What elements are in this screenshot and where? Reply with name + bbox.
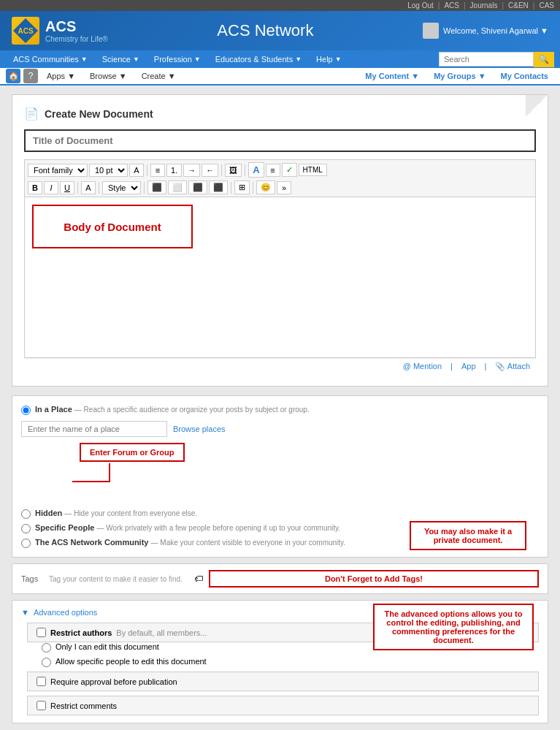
radio-acs-community-input[interactable] (21, 539, 31, 548)
toolbar-align-center-btn[interactable]: ⬜ (168, 180, 187, 194)
toolbar-format-btn[interactable]: A (248, 162, 264, 178)
app-link[interactable]: App (461, 362, 476, 371)
restrict-authors-label: Restrict authors (50, 628, 112, 637)
home-icon[interactable]: 🏠 (6, 69, 20, 83)
sub-nav: 🏠 ? Apps ▼ Browse ▼ Create ▼ My Content … (0, 68, 560, 85)
editor-footer: @ Mention | App | 📎 Attach (24, 358, 536, 374)
allow-specific-edit: Allow specific people to edit this docum… (42, 657, 539, 667)
logout-link[interactable]: Log Out (407, 1, 434, 9)
advanced-section: ▼ Advanced options Restrict authors By d… (12, 600, 548, 723)
user-area: Welcome, Shiveni Agarwal ▼ (423, 23, 548, 39)
sub-nav-my-content[interactable]: My Content ▼ (359, 68, 425, 84)
toolbar-table-btn[interactable]: ⊞ (234, 180, 250, 194)
attach-link[interactable]: 📎 Attach (495, 362, 530, 371)
toolbar-separator-6 (144, 182, 145, 194)
callout-private: You may also make it a private document. (410, 521, 526, 550)
style-select[interactable]: Style (102, 181, 141, 194)
help-icon[interactable]: ? (23, 69, 38, 83)
toolbar-outdent-btn[interactable]: ← (202, 164, 218, 177)
toolbar-separator-4 (77, 182, 78, 194)
toolbar-emoji-btn[interactable]: 😊 (256, 180, 275, 194)
title-input[interactable] (24, 129, 536, 152)
toolbar-row-2: B I U A Style ⬛ ⬜ ⬛ ⬛ ⊞ 😊 » (28, 180, 532, 194)
toolbar-justify-btn[interactable]: ⬛ (209, 180, 228, 194)
nav-profession[interactable]: Profession ▼ (147, 50, 208, 68)
triangle-icon: ▼ (21, 608, 29, 617)
toolbar-text-color-btn[interactable]: A (81, 181, 96, 194)
toolbar-align-right-btn[interactable]: ⬛ (188, 180, 207, 194)
nav-educators[interactable]: Educators & Students ▼ (208, 50, 309, 68)
search-button[interactable]: 🔍 (534, 52, 554, 67)
search-area: 🔍 (439, 52, 554, 67)
toolbar-indent-btn[interactable]: → (183, 164, 200, 177)
tags-section: Tags Tag your content to make it easier … (12, 563, 548, 594)
toolbar-html-btn[interactable]: HTML (299, 164, 327, 176)
place-input[interactable] (21, 421, 167, 437)
top-link-journals[interactable]: Journals (470, 1, 498, 9)
restrict-comments-checkbox[interactable] (37, 701, 46, 710)
nav-acs-communities[interactable]: ACS Communities ▼ (6, 50, 95, 68)
toolbar-separator (147, 164, 147, 176)
require-approval-checkbox[interactable] (37, 677, 46, 686)
toolbar-underline-btn[interactable]: U (60, 181, 74, 194)
radio-in-a-place-input[interactable] (21, 406, 31, 415)
restrict-authors-desc: By default, all members... (116, 628, 207, 637)
create-doc-header: 📄 Create New Document (24, 107, 536, 121)
acs-logo-diamond: ACS (12, 17, 39, 45)
toolbar-align-left-2-btn[interactable]: ⬛ (147, 180, 166, 194)
font-family-select[interactable]: Font family (28, 164, 88, 177)
logo-text: ACS Chemistry for Life® (45, 18, 108, 43)
search-input[interactable] (439, 52, 534, 66)
top-link-cas[interactable]: CAS (539, 1, 554, 9)
browse-places-link[interactable]: Browse places (173, 425, 226, 433)
action-buttons: Publish Save Draft Cancel (12, 723, 548, 730)
chevron-down-icon: ▼ (194, 56, 201, 63)
network-title: ACS Network (108, 21, 423, 40)
toolbar-italic-btn[interactable]: I (44, 181, 58, 194)
toolbar-row-1: Font family 10 pt 12 pt A ≡ 1. → ← 🖼 A ≡… (28, 162, 532, 178)
top-link-acs[interactable]: ACS (444, 1, 459, 9)
toolbar-ordered-list-btn[interactable]: 1. (166, 164, 182, 177)
nav-help[interactable]: Help ▼ (309, 50, 349, 68)
mention-link[interactable]: @ Mention (403, 362, 442, 371)
sub-nav-my-contacts[interactable]: My Contacts (495, 68, 554, 84)
radio-in-a-place: In a Place — Reach a specific audience o… (21, 405, 539, 415)
restrict-authors-checkbox[interactable] (37, 628, 46, 637)
tags-input[interactable]: Don't Forget to Add Tags! (209, 570, 539, 588)
toolbar-color-btn[interactable]: A (129, 164, 144, 177)
sub-nav-create[interactable]: Create ▼ (136, 68, 182, 84)
top-link-caen[interactable]: C&EN (508, 1, 529, 9)
nav-science[interactable]: Science ▼ (95, 50, 147, 68)
tag-icon: 🏷 (194, 574, 203, 584)
sub-nav-browse[interactable]: Browse ▼ (84, 68, 133, 84)
tags-desc: Tag your content to make it easier to fi… (49, 575, 183, 583)
font-size-select[interactable]: 10 pt 12 pt (89, 164, 128, 177)
doc-container: 📄 Create New Document Font family 10 pt … (12, 94, 548, 387)
callout-forum: Enter Forum or Group (80, 443, 185, 462)
toolbar-separator-5 (99, 182, 99, 194)
toolbar-image-btn[interactable]: 🖼 (225, 164, 242, 177)
callout-advanced: The advanced options allows you to contr… (373, 604, 534, 650)
sub-nav-my-groups[interactable]: My Groups ▼ (428, 68, 491, 84)
sub-nav-apps[interactable]: Apps ▼ (41, 68, 81, 84)
page-title: Create New Document (45, 108, 153, 120)
radio-specific-people-input[interactable] (21, 524, 31, 533)
sub-nav-left: 🏠 ? Apps ▼ Browse ▼ Create ▼ (6, 68, 182, 84)
callout-area-1: Enter Forum or Group (21, 443, 539, 479)
logo-initials: ACS (18, 27, 33, 35)
chevron-down-icon: ▼ (335, 56, 342, 63)
toolbar-more-btn[interactable]: » (277, 181, 291, 194)
require-approval-label: Require approval before publication (50, 677, 177, 686)
toolbar-bold-btn[interactable]: B (28, 181, 42, 194)
radio-hidden-input[interactable] (21, 509, 31, 519)
editor-area[interactable]: Body of Document (24, 197, 536, 358)
nav-bar: ACS Communities ▼ Science ▼ Profession ▼… (0, 50, 560, 68)
radio-hidden: Hidden — Hide your content from everyone… (21, 509, 539, 519)
only-i-edit-input[interactable] (42, 643, 51, 653)
user-avatar (423, 23, 439, 39)
allow-specific-edit-input[interactable] (42, 658, 51, 667)
toolbar-spellcheck-btn[interactable]: ✓ (282, 163, 297, 177)
toolbar-align-left-btn[interactable]: ≡ (266, 164, 280, 177)
toolbar-separator-3 (245, 164, 245, 176)
toolbar-unordered-list-btn[interactable]: ≡ (150, 164, 165, 177)
